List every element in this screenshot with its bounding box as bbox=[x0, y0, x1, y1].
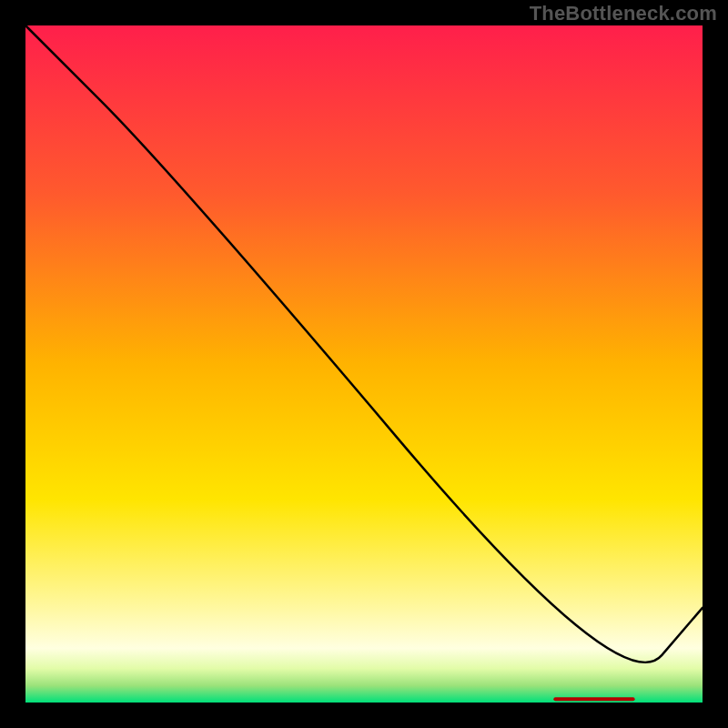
bottleneck-plot bbox=[0, 0, 728, 728]
optimal-range-marker bbox=[553, 697, 634, 701]
svg-rect-0 bbox=[553, 697, 634, 701]
chart-container: TheBottleneck.com bbox=[0, 0, 728, 728]
